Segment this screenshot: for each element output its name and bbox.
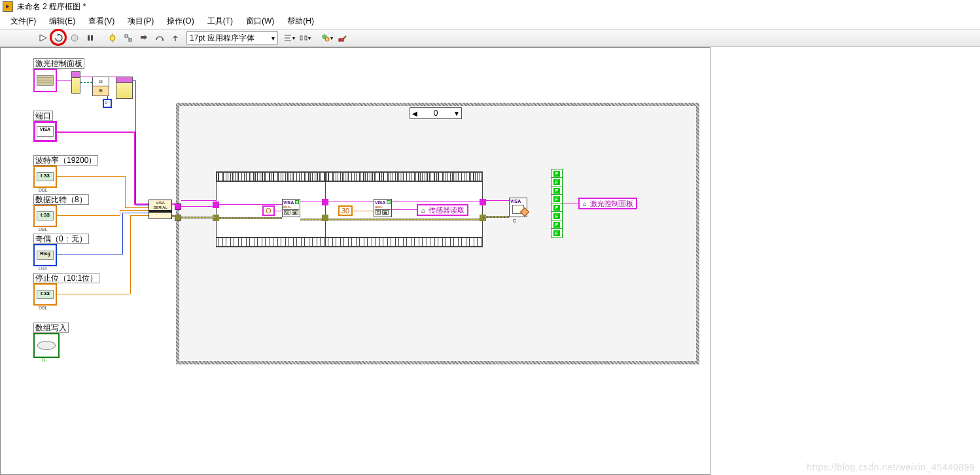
wire xyxy=(181,200,216,201)
case-value[interactable]: 0 xyxy=(419,109,452,118)
title-bar: 未命名 2 程序框图 * xyxy=(0,0,980,13)
terminal-baud[interactable]: I:33 xyxy=(33,166,57,188)
visa-serial-configure-node[interactable]: VISASERIAL xyxy=(149,200,172,219)
type-badge-arraywrite: TF xyxy=(41,358,47,362)
wire xyxy=(122,213,123,255)
wire xyxy=(125,176,126,207)
label-databits: 数据比特（8） xyxy=(33,194,89,205)
terminal-databits[interactable]: I:33 xyxy=(33,205,57,227)
menu-operate[interactable]: 操作(O) xyxy=(160,14,200,28)
highlight-button[interactable] xyxy=(105,31,120,45)
bundle-node[interactable]: ⊡⊞ xyxy=(92,77,109,96)
type-badge-stopbits: DBL xyxy=(39,306,48,310)
app-icon xyxy=(3,1,13,12)
terminal-port[interactable]: VISA xyxy=(33,121,57,142)
wire xyxy=(219,217,282,219)
menu-project[interactable]: 项目(P) xyxy=(121,14,160,28)
flat-sequence[interactable]: O VISA abc⌐ W▦ 30 xyxy=(216,171,483,247)
abort-button[interactable] xyxy=(67,31,82,45)
svg-rect-20 xyxy=(339,39,343,41)
run-continuous-button[interactable] xyxy=(52,31,66,45)
wire xyxy=(219,204,282,205)
wire xyxy=(216,200,217,207)
menu-view[interactable]: 查看(V) xyxy=(82,14,121,28)
wire xyxy=(354,211,374,211)
distribute-button[interactable]: ▾ xyxy=(298,31,312,45)
wire xyxy=(133,80,135,81)
label-parity: 奇偶（0：无） xyxy=(33,234,89,244)
terminal-arraywrite[interactable] xyxy=(33,333,60,358)
boolean-array-constant[interactable]: F F F F F F F F xyxy=(551,169,563,238)
terminal-port-text: VISA xyxy=(37,126,54,137)
label-arraywrite: 数组写入 xyxy=(33,323,69,333)
wire xyxy=(120,210,149,211)
terminal-stopbits[interactable]: I:33 xyxy=(33,283,57,306)
step-into-button[interactable] xyxy=(137,31,151,45)
svg-marker-12 xyxy=(162,39,164,41)
house-icon: ⌂ xyxy=(419,206,427,214)
menu-bar: 文件(F) 编辑(E) 查看(V) 项目(P) 操作(O) 工具(T) 窗口(W… xyxy=(0,13,980,29)
property-node-2[interactable] xyxy=(116,77,133,99)
menu-tools[interactable]: 工具(T) xyxy=(201,14,239,28)
pause-button[interactable] xyxy=(83,31,97,45)
svg-rect-17 xyxy=(305,36,307,40)
wire xyxy=(181,206,216,207)
label-port: 端口 xyxy=(33,111,53,121)
visa-close-c: C xyxy=(513,219,516,223)
wire xyxy=(135,205,149,205)
terminal-laser-panel[interactable] xyxy=(33,69,57,92)
svg-point-6 xyxy=(110,35,115,41)
terminal-baud-text: I:33 xyxy=(37,172,54,181)
wire xyxy=(563,203,578,203)
font-select[interactable]: 17pt 应用程序字体 xyxy=(186,31,278,44)
loop-tunnel-error xyxy=(175,215,181,221)
seq-tunnel xyxy=(322,199,328,205)
menu-window[interactable]: 窗口(W) xyxy=(239,14,281,28)
svg-point-19 xyxy=(325,37,329,41)
svg-rect-16 xyxy=(300,36,302,40)
loop-tunnel-visa xyxy=(175,203,181,210)
font-select-label: 17pt 应用程序字体 xyxy=(190,33,254,44)
visa-read-node[interactable]: VISA abc⌐ R▦ xyxy=(374,199,392,217)
wire xyxy=(134,132,135,205)
visa-write-node[interactable]: VISA abc⌐ W▦ xyxy=(282,199,300,217)
menu-help[interactable]: 帮助(H) xyxy=(281,14,321,28)
visa-close-node[interactable]: VISA xyxy=(509,198,527,217)
label-baud: 波特率（19200） xyxy=(33,155,98,166)
step-over-button[interactable] xyxy=(152,31,167,45)
block-diagram-canvas[interactable]: 激光控制面板 端口 VISA 波特率（19200） I:33 DBL 数据比特（… xyxy=(0,47,710,475)
while-loop[interactable]: ◀ 0 ▼ O VISA abc⌐ W▦ xyxy=(176,103,699,364)
terminal-databits-text: I:33 xyxy=(37,211,54,220)
type-badge-parity: U16 xyxy=(39,266,47,271)
svg-marker-2 xyxy=(58,33,60,36)
svg-rect-4 xyxy=(88,35,90,41)
numeric-constant-30[interactable]: 30 xyxy=(338,205,353,216)
property-node-1[interactable] xyxy=(71,71,80,94)
case-prev-button[interactable]: ◀ xyxy=(410,110,419,117)
reorder-button[interactable]: ▾ xyxy=(320,31,334,45)
wire xyxy=(57,294,130,294)
local-var-laser-panel[interactable]: ⌂ 激光控制面板 xyxy=(578,198,637,209)
retain-wires-button[interactable] xyxy=(121,31,135,45)
wire xyxy=(392,209,417,210)
case-selector[interactable]: ◀ 0 ▼ xyxy=(410,107,462,119)
run-button[interactable] xyxy=(36,31,50,45)
cleanup-button[interactable] xyxy=(336,31,350,45)
label-stopbits: 停止位（10:1位） xyxy=(33,273,99,283)
wire xyxy=(122,213,149,213)
step-out-button[interactable] xyxy=(168,31,183,45)
label-laser-panel: 激光控制面板 xyxy=(33,58,84,69)
terminal-parity[interactable]: Ring xyxy=(33,244,57,266)
local-var-sensor-read[interactable]: ⌂ 传感器读取 xyxy=(417,204,468,216)
menu-edit[interactable]: 编辑(E) xyxy=(43,14,82,28)
wire xyxy=(125,207,149,208)
wire xyxy=(57,132,134,133)
svg-marker-0 xyxy=(6,5,10,9)
type-badge-databits: DBL xyxy=(39,227,48,232)
wire xyxy=(57,215,120,216)
svg-rect-5 xyxy=(91,35,93,41)
menu-file[interactable]: 文件(F) xyxy=(4,14,43,28)
wire xyxy=(130,215,131,294)
align-button[interactable]: ▾ xyxy=(282,31,296,45)
case-next-button[interactable]: ▼ xyxy=(452,110,461,117)
